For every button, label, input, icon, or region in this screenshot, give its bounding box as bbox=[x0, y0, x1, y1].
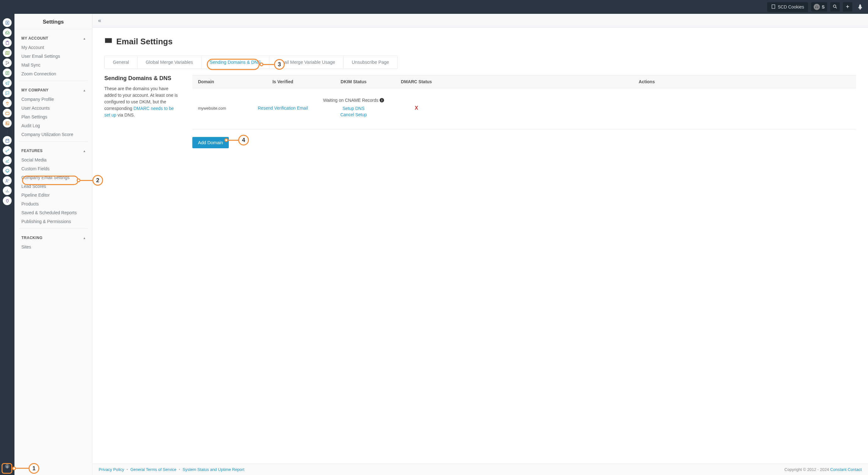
svg-point-15 bbox=[6, 61, 7, 62]
section-description: Sending Domains & DNS These are the doma… bbox=[104, 75, 180, 148]
sidebar-item-zoom-connection[interactable]: Zoom Connection bbox=[14, 69, 92, 78]
rail-icon-workflow[interactable] bbox=[3, 58, 12, 67]
sidebar-item-pipeline-editor[interactable]: Pipeline Editor bbox=[14, 191, 92, 199]
sidebar-divider bbox=[19, 141, 88, 142]
svg-rect-22 bbox=[5, 112, 9, 115]
section-header-tracking[interactable]: TRACKING ▴ bbox=[14, 231, 92, 243]
rail-icon-tasks[interactable] bbox=[3, 38, 12, 47]
resend-verification-link[interactable]: Resend Verification Email bbox=[258, 105, 308, 110]
tab-global-merge-variables[interactable]: Global Merge Variables bbox=[138, 56, 202, 68]
col-header-actions: Actions bbox=[443, 79, 850, 84]
sidebar-item-sites[interactable]: Sites bbox=[14, 243, 92, 251]
sidebar-item-audit-log[interactable]: Audit Log bbox=[14, 121, 92, 130]
caret-up-icon: ▴ bbox=[84, 236, 86, 240]
plus-icon bbox=[845, 4, 850, 10]
settings-sidebar: Settings MY ACCOUNT ▴ My Account User Em… bbox=[14, 14, 92, 475]
sidebar-item-mail-sync[interactable]: Mail Sync bbox=[14, 61, 92, 69]
search-icon bbox=[833, 4, 838, 10]
svg-line-8 bbox=[836, 7, 837, 8]
sidebar-item-user-email-settings[interactable]: User Email Settings bbox=[14, 52, 92, 61]
sidebar-item-plan-settings[interactable]: Plan Settings bbox=[14, 113, 92, 121]
rail-icon-content[interactable] bbox=[3, 68, 12, 77]
svg-point-16 bbox=[6, 64, 7, 65]
rail-icon-users[interactable] bbox=[3, 176, 12, 185]
col-header-dmarc: DMARC Status bbox=[390, 79, 443, 84]
col-header-verified: Is Verified bbox=[248, 79, 317, 84]
section-header-my-account[interactable]: MY ACCOUNT ▴ bbox=[14, 32, 92, 43]
info-icon[interactable]: i bbox=[380, 98, 384, 102]
company-selector-button[interactable]: SCD Cookies bbox=[767, 2, 808, 12]
rail-icon-reports[interactable] bbox=[3, 186, 12, 195]
verified-cell: Resend Verification Email bbox=[248, 105, 317, 110]
rail-icon-support[interactable] bbox=[3, 166, 12, 175]
sidebar-item-company-utilization-score[interactable]: Company Utilization Score bbox=[14, 130, 92, 139]
rail-icon-chat[interactable] bbox=[3, 89, 12, 97]
footer-link-privacy[interactable]: Privacy Policy bbox=[99, 467, 124, 472]
add-button[interactable] bbox=[843, 2, 852, 12]
user-menu-button[interactable]: S bbox=[811, 2, 827, 12]
rail-icon-calendar[interactable] bbox=[3, 136, 12, 145]
tab-email-merge-variable-usage[interactable]: Email Merge Variable Usage bbox=[269, 56, 343, 68]
svg-rect-27 bbox=[6, 139, 9, 142]
top-bar: SCD Cookies S bbox=[0, 0, 868, 14]
sidebar-item-saved-scheduled-reports[interactable]: Saved & Scheduled Reports bbox=[14, 208, 92, 217]
cancel-setup-link[interactable]: Cancel Setup bbox=[317, 112, 390, 117]
rail-icon-integrations[interactable] bbox=[3, 196, 12, 205]
dkim-cell: Waiting on CNAME Records i Setup DNS Can… bbox=[317, 98, 390, 119]
sidebar-item-products[interactable]: Products bbox=[14, 199, 92, 208]
rail-icon-contacts[interactable] bbox=[3, 18, 12, 27]
rail-icon-map[interactable] bbox=[3, 49, 12, 57]
sidebar-divider bbox=[19, 81, 88, 81]
content-header-bar: « bbox=[92, 14, 868, 28]
envelope-icon bbox=[104, 36, 113, 47]
page-title: Email Settings bbox=[104, 36, 856, 47]
rail-divider-dots: ⋮ bbox=[6, 130, 9, 133]
col-header-dkim: DKIM Status bbox=[317, 79, 390, 84]
sidebar-item-custom-fields[interactable]: Custom Fields bbox=[14, 164, 92, 173]
footer-link-status[interactable]: System Status and Uptime Report bbox=[183, 467, 245, 472]
footer-link-constant-contact[interactable]: Constant Contact bbox=[830, 467, 862, 472]
chevron-double-left-icon: « bbox=[98, 17, 101, 24]
sidebar-title: Settings bbox=[14, 14, 92, 29]
rail-icon-email[interactable] bbox=[3, 28, 12, 37]
building-icon bbox=[771, 4, 776, 10]
setup-dns-link[interactable]: Setup DNS bbox=[317, 106, 390, 111]
sidebar-item-user-accounts[interactable]: User Accounts bbox=[14, 104, 92, 113]
dkim-waiting-text: Waiting on CNAME Records bbox=[323, 98, 378, 103]
headset-icon bbox=[814, 4, 820, 10]
sidebar-item-my-account[interactable]: My Account bbox=[14, 43, 92, 52]
rocket-icon[interactable] bbox=[856, 2, 865, 12]
footer: Privacy Policy • General Terms of Servic… bbox=[92, 464, 868, 475]
tab-general[interactable]: General bbox=[105, 56, 138, 68]
rail-icon-deals[interactable] bbox=[3, 99, 12, 107]
user-initial: S bbox=[822, 4, 825, 9]
sidebar-item-company-email-settings[interactable]: Company Email Settings bbox=[14, 173, 92, 182]
rail-icon-partnerships[interactable] bbox=[3, 146, 12, 155]
section-header-my-company[interactable]: MY COMPANY ▴ bbox=[14, 84, 92, 95]
sidebar-item-publishing-permissions[interactable]: Publishing & Permissions bbox=[14, 217, 92, 226]
sidebar-item-lead-scores[interactable]: Lead Scores bbox=[14, 182, 92, 191]
sidebar-divider bbox=[19, 228, 88, 229]
footer-link-terms[interactable]: General Terms of Service bbox=[130, 467, 176, 472]
domain-cell: mywebsite.com bbox=[198, 106, 248, 110]
rail-icon-media[interactable] bbox=[3, 119, 12, 128]
icon-rail: ⋮ bbox=[0, 14, 14, 475]
svg-rect-0 bbox=[772, 5, 775, 8]
svg-rect-25 bbox=[6, 122, 9, 125]
rail-settings-button[interactable] bbox=[2, 463, 12, 472]
search-button[interactable] bbox=[830, 2, 840, 12]
add-domain-button[interactable]: Add Domain bbox=[192, 137, 229, 148]
svg-point-26 bbox=[6, 123, 7, 123]
rail-icon-campaigns[interactable] bbox=[3, 78, 12, 87]
section-header-features[interactable]: FEATURES ▴ bbox=[14, 144, 92, 156]
tab-unsubscribe-page[interactable]: Unsubscribe Page bbox=[343, 56, 397, 68]
collapse-sidebar-button[interactable]: « bbox=[98, 17, 101, 24]
caret-up-icon: ▴ bbox=[84, 149, 86, 153]
rail-icon-analytics[interactable] bbox=[3, 156, 12, 165]
sidebar-item-social-media[interactable]: Social Media bbox=[14, 156, 92, 164]
domain-table-header: Domain Is Verified DKIM Status DMARC Sta… bbox=[192, 75, 856, 88]
rail-icon-ads[interactable] bbox=[3, 109, 12, 118]
section-title: Sending Domains & DNS bbox=[104, 75, 180, 82]
tab-sending-domains-dns[interactable]: Sending Domains & DNS bbox=[202, 56, 269, 68]
sidebar-item-company-profile[interactable]: Company Profile bbox=[14, 95, 92, 104]
